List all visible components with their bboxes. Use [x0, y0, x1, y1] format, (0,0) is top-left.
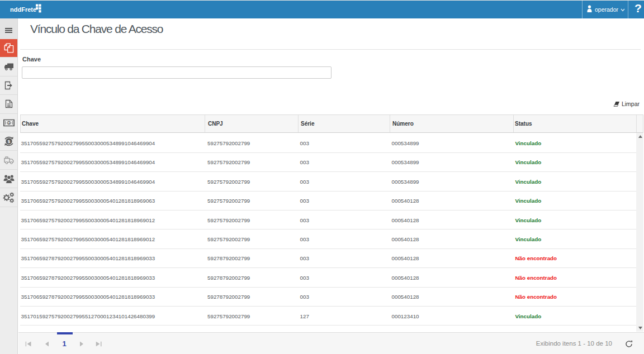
svg-text:$: $ [7, 139, 10, 144]
svg-text:1: 1 [8, 121, 10, 125]
